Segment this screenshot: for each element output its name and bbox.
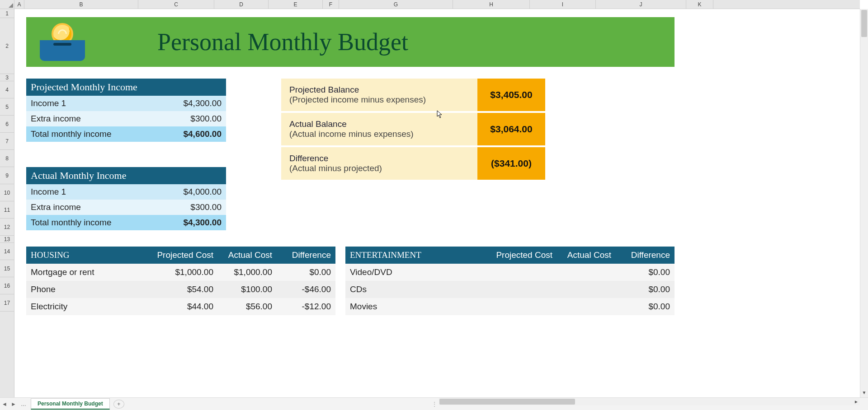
entertainment-header: ENTERTAINMENT Projected Cost Actual Cost… bbox=[345, 247, 675, 264]
col-projected: Projected Cost bbox=[150, 247, 218, 264]
category-title: HOUSING bbox=[26, 247, 150, 264]
income-label: Total monthly income bbox=[26, 126, 142, 142]
table-row[interactable]: CDs $0.00 bbox=[345, 281, 675, 298]
actual-balance-row[interactable]: Actual Balance (Actual income minus expe… bbox=[281, 113, 545, 145]
projected-income-table: Projected Monthly Income Income 1 $4,300… bbox=[26, 79, 226, 142]
table-row[interactable]: Phone $54.00 $100.00 -$46.00 bbox=[26, 281, 335, 298]
scroll-thumb[interactable] bbox=[439, 399, 575, 405]
tab-next-icon[interactable]: ► bbox=[9, 401, 18, 407]
item-actual: $56.00 bbox=[218, 298, 277, 315]
row-header[interactable]: 13 bbox=[0, 236, 14, 243]
row-header[interactable]: 10 bbox=[0, 184, 14, 201]
item-diff: $0.00 bbox=[616, 298, 675, 315]
item-projected: $54.00 bbox=[150, 281, 218, 298]
tab-prev-icon[interactable]: ◄ bbox=[0, 401, 9, 407]
table-row[interactable]: Extra income $300.00 bbox=[26, 111, 226, 126]
balance-subtitle: (Actual income minus expenses) bbox=[289, 129, 469, 139]
table-row[interactable]: Video/DVD $0.00 bbox=[345, 264, 675, 281]
difference-balance-row[interactable]: Difference (Actual minus projected) ($34… bbox=[281, 147, 545, 180]
column-headers: ABCDEFGHIJK bbox=[14, 0, 860, 9]
item-actual bbox=[557, 298, 616, 315]
item-diff: $0.00 bbox=[616, 264, 675, 281]
row-header[interactable]: 7 bbox=[0, 133, 14, 150]
excel-window: ABCDEFGHIJK 1234567891011121314151617 Pe… bbox=[0, 0, 868, 410]
item-label: CDs bbox=[345, 281, 489, 298]
row-header[interactable]: 16 bbox=[0, 277, 14, 294]
scroll-down-icon[interactable]: ▼ bbox=[860, 390, 868, 397]
add-sheet-button[interactable]: + bbox=[113, 400, 124, 409]
column-header[interactable]: J bbox=[596, 0, 686, 9]
column-header[interactable]: I bbox=[530, 0, 596, 9]
table-row[interactable]: Income 1 $4,000.00 bbox=[26, 184, 226, 200]
income-label: Income 1 bbox=[26, 184, 142, 200]
column-header[interactable]: D bbox=[214, 0, 269, 9]
table-row[interactable]: Total monthly income $4,600.00 bbox=[26, 126, 226, 142]
grid-area: ABCDEFGHIJK 1234567891011121314151617 Pe… bbox=[0, 0, 868, 410]
housing-header: HOUSING Projected Cost Actual Cost Diffe… bbox=[26, 247, 335, 264]
item-label: Video/DVD bbox=[345, 264, 489, 281]
item-diff: -$46.00 bbox=[277, 281, 335, 298]
table-row[interactable]: Total monthly income $4,300.00 bbox=[26, 215, 226, 230]
vertical-scrollbar[interactable]: ▲ ▼ bbox=[860, 9, 868, 397]
income-label: Total monthly income bbox=[26, 215, 142, 230]
sheet-tab[interactable]: Personal Monthly Budget bbox=[31, 398, 110, 410]
item-actual bbox=[557, 264, 616, 281]
item-label: Mortgage or rent bbox=[26, 264, 150, 281]
row-header[interactable]: 17 bbox=[0, 294, 14, 312]
col-projected: Projected Cost bbox=[489, 247, 557, 264]
row-header[interactable]: 4 bbox=[0, 81, 14, 98]
row-header[interactable]: 15 bbox=[0, 260, 14, 277]
column-header[interactable]: B bbox=[24, 0, 138, 9]
row-header[interactable]: 14 bbox=[0, 243, 14, 260]
column-header[interactable]: A bbox=[14, 0, 24, 9]
housing-table: HOUSING Projected Cost Actual Cost Diffe… bbox=[26, 247, 335, 315]
title-banner: Personal Monthly Budget bbox=[26, 17, 675, 67]
item-projected bbox=[489, 281, 557, 298]
row-header[interactable]: 3 bbox=[0, 74, 14, 81]
horizontal-scrollbar[interactable]: ◄ ► bbox=[439, 397, 860, 405]
projected-balance-row[interactable]: Projected Balance (Projected income minu… bbox=[281, 79, 545, 111]
column-header[interactable]: K bbox=[686, 0, 713, 9]
balance-summary: Projected Balance (Projected income minu… bbox=[281, 79, 545, 182]
balance-subtitle: (Actual minus projected) bbox=[289, 163, 469, 173]
page-title: Personal Monthly Budget bbox=[157, 28, 408, 56]
column-header[interactable]: H bbox=[453, 0, 530, 9]
item-diff: -$12.00 bbox=[277, 298, 335, 315]
tab-splitter-icon[interactable]: ⋮ bbox=[432, 401, 437, 407]
item-projected bbox=[489, 298, 557, 315]
tab-more-icon[interactable]: … bbox=[18, 401, 29, 407]
select-all-corner[interactable] bbox=[0, 0, 14, 9]
item-label: Phone bbox=[26, 281, 150, 298]
projected-income-header: Projected Monthly Income bbox=[26, 79, 226, 96]
entertainment-body: Video/DVD $0.00 CDs $0.00 Movies bbox=[345, 264, 675, 315]
column-header[interactable]: F bbox=[323, 0, 339, 9]
column-header[interactable]: C bbox=[138, 0, 214, 9]
coin-bank-icon bbox=[40, 23, 85, 61]
table-row[interactable]: Movies $0.00 bbox=[345, 298, 675, 315]
row-header[interactable]: 1 bbox=[0, 9, 14, 18]
balance-title: Actual Balance bbox=[289, 119, 469, 129]
income-value: $300.00 bbox=[142, 200, 226, 215]
column-header[interactable]: G bbox=[339, 0, 453, 9]
scroll-right-icon[interactable]: ► bbox=[853, 398, 860, 405]
row-header[interactable]: 11 bbox=[0, 201, 14, 219]
row-header[interactable]: 5 bbox=[0, 98, 14, 116]
table-row[interactable]: Extra income $300.00 bbox=[26, 200, 226, 215]
row-header[interactable]: 9 bbox=[0, 167, 14, 184]
item-actual: $1,000.00 bbox=[218, 264, 277, 281]
scroll-thumb[interactable] bbox=[861, 10, 867, 37]
col-diff: Difference bbox=[616, 247, 675, 264]
table-row[interactable]: Mortgage or rent $1,000.00 $1,000.00 $0.… bbox=[26, 264, 335, 281]
row-header[interactable]: 12 bbox=[0, 219, 14, 236]
item-actual: $100.00 bbox=[218, 281, 277, 298]
col-diff: Difference bbox=[277, 247, 335, 264]
balance-label: Projected Balance (Projected income minu… bbox=[281, 79, 477, 111]
table-row[interactable]: Income 1 $4,300.00 bbox=[26, 96, 226, 111]
column-header[interactable]: E bbox=[269, 0, 323, 9]
row-header[interactable]: 8 bbox=[0, 150, 14, 167]
actual-income-table: Actual Monthly Income Income 1 $4,000.00… bbox=[26, 167, 226, 230]
table-row[interactable]: Electricity $44.00 $56.00 -$12.00 bbox=[26, 298, 335, 315]
row-header[interactable]: 2 bbox=[0, 18, 14, 74]
worksheet[interactable]: Personal Monthly Budget Projected Monthl… bbox=[14, 9, 860, 397]
row-header[interactable]: 6 bbox=[0, 116, 14, 133]
